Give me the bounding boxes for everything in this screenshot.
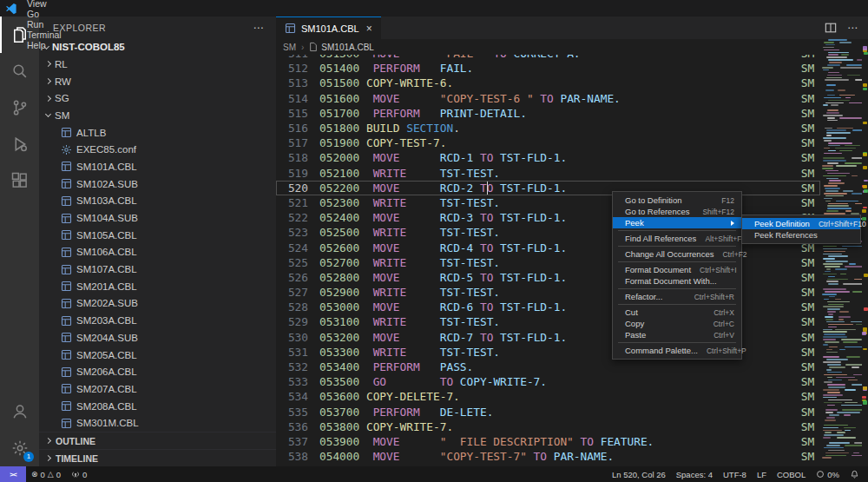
sync-indicator[interactable]: 0% (811, 466, 845, 482)
line-number[interactable]: 535 (276, 406, 319, 419)
workspace-section-header[interactable]: NIST-COBOL85 (39, 38, 276, 56)
line-number[interactable]: 524 (276, 241, 319, 254)
account-icon[interactable] (0, 393, 39, 430)
line-number[interactable]: 521 (276, 196, 319, 209)
code-line-538[interactable]: 538054000 MOVE "COPY-TEST-7" TO PAR-NAME… (276, 449, 868, 464)
code-line-530[interactable]: 530053200 MOVE RCD-7 TO TST-FLD-1. SM (276, 330, 868, 345)
tree-item-sg[interactable]: SG (39, 89, 276, 107)
cursor-position[interactable]: Ln 520, Col 26 (607, 466, 671, 482)
split-editor-icon[interactable] (825, 22, 837, 34)
menu-item-go-to-references[interactable]: Go to ReferencesShift+F12 (613, 206, 741, 217)
code-line-537[interactable]: 537053900 MOVE " FILE DESCRIPTION" TO FE… (276, 434, 868, 449)
menu-go[interactable]: Go (21, 9, 70, 19)
encoding[interactable]: UTF-8 (718, 466, 752, 482)
line-number[interactable]: 527 (276, 286, 319, 299)
menu-item-go-to-definition[interactable]: Go to DefinitionF12 (613, 195, 741, 206)
menu-terminal[interactable]: Terminal (21, 30, 70, 40)
section-outline[interactable]: OUTLINE (39, 432, 276, 449)
tree-item-sm202asub[interactable]: SM202A.SUB (39, 295, 276, 313)
menu-view[interactable]: View (21, 0, 70, 9)
overview-ruler[interactable] (862, 39, 868, 466)
menu-item-command-palette[interactable]: Command Palette...Ctrl+Shift+P (613, 345, 741, 356)
line-number[interactable]: 529 (276, 315, 319, 328)
menu-item-cut[interactable]: CutCtrl+X (613, 307, 741, 318)
line-number[interactable]: 513 (276, 76, 319, 89)
line-number[interactable]: 514 (276, 92, 319, 105)
line-number[interactable]: 532 (276, 360, 319, 373)
more-actions-icon[interactable]: ⋯ (253, 22, 265, 34)
tree-item-altlb[interactable]: ALTLB (39, 124, 276, 142)
code-line-526[interactable]: 526052800 MOVE RCD-5 TO TST-FLD-1. SM (276, 270, 868, 285)
tree-item-sm205acbl[interactable]: SM205A.CBL (39, 347, 276, 364)
tree-item-sm105acbl[interactable]: SM105A.CBL (39, 227, 276, 244)
problems-indicator[interactable]: ⊗ 0 △ 0 (26, 466, 66, 482)
more-actions-icon[interactable]: ⋯ (847, 22, 858, 34)
settings-gear-icon[interactable]: 1 (0, 430, 39, 466)
line-number[interactable]: 528 (276, 300, 319, 314)
tree-item-rl[interactable]: RL (39, 56, 276, 73)
menu-item-change-all-occurrences[interactable]: Change All OccurrencesCtrl+F2 (613, 248, 741, 260)
line-number[interactable]: 520 (276, 182, 319, 195)
code-line-519[interactable]: 519052100 WRITE TST-TEST. SM (276, 166, 868, 181)
line-number[interactable]: 533 (276, 375, 319, 388)
tree-item-exec85conf[interactable]: EXEC85.conf (39, 141, 276, 158)
line-number[interactable]: 538 (276, 450, 319, 463)
line-number[interactable]: 522 (276, 211, 319, 224)
menu-item-find-all-references[interactable]: Find All ReferencesAlt+Shift+F12 (613, 233, 741, 244)
tree-item-sm103acbl[interactable]: SM103A.CBL (39, 193, 276, 210)
run-debug-icon[interactable] (0, 126, 39, 162)
line-number[interactable]: 512 (276, 62, 319, 75)
tree-item-sm208acbl[interactable]: SM208A.CBL (39, 398, 276, 415)
code-editor[interactable]: 511051300 MOVE "FAIL" TO CORRECT-A. SM51… (276, 55, 868, 466)
extensions-icon[interactable] (0, 162, 39, 199)
code-line-529[interactable]: 529053100 WRITE TST-TEST. SM (276, 314, 868, 329)
code-line-521[interactable]: 521052300 WRITE TST-TEST. SM (276, 195, 868, 210)
line-number[interactable]: 537 (276, 435, 319, 448)
code-line-518[interactable]: 518052000 MOVE RCD-1 TO TST-FLD-1. SM (276, 150, 868, 165)
code-line-528[interactable]: 528053000 MOVE RCD-6 TO TST-FLD-1. SM (276, 300, 868, 314)
menu-item-peek-definition[interactable]: Peek DefinitionCtrl+Shift+F10 (742, 218, 860, 229)
source-control-icon[interactable] (0, 89, 39, 126)
tree-item-sm206acbl[interactable]: SM206A.CBL (39, 363, 276, 380)
close-icon[interactable]: × (366, 23, 372, 35)
menu-item-format-document-with[interactable]: Format Document With... (613, 275, 741, 287)
code-line-516[interactable]: 516051800 BUILD SECTION. SM (276, 121, 868, 135)
tree-item-sm106acbl[interactable]: SM106A.CBL (39, 244, 276, 261)
tree-item-sm203acbl[interactable]: SM203A.CBL (39, 312, 276, 329)
line-number[interactable]: 519 (276, 167, 319, 180)
tree-item-sm107acbl[interactable]: SM107A.CBL (39, 261, 276, 278)
code-line-515[interactable]: 515051700 PERFORM PRINT-DETAIL. SM (276, 106, 868, 121)
menu-item-copy[interactable]: CopyCtrl+C (613, 318, 741, 329)
tree-item-sm102asub[interactable]: SM102A.SUB (39, 175, 276, 193)
ports-indicator[interactable]: 0 (66, 466, 92, 482)
code-line-525[interactable]: 525052700 WRITE TST-TEST. SM (276, 255, 868, 270)
line-number[interactable]: 525 (276, 256, 319, 269)
menu-item-refactor[interactable]: Refactor...Ctrl+Shift+R (613, 291, 741, 302)
line-number[interactable]: 531 (276, 346, 319, 359)
breadcrumb-folder[interactable]: SM (283, 43, 296, 52)
minimap[interactable] (820, 39, 862, 466)
section-timeline[interactable]: TIMELINE (39, 449, 276, 466)
breadcrumb-file[interactable]: SM101A.CBL (309, 42, 374, 52)
eol-indicator[interactable]: LF (752, 466, 772, 482)
tree-item-sm301mcbl[interactable]: SM301M.CBL (39, 414, 276, 432)
tree-item-sm101acbl[interactable]: SM101A.CBL (39, 158, 276, 175)
code-line-532[interactable]: 532053400 PERFORM PASS. SM (276, 360, 868, 374)
code-line-527[interactable]: 527052900 WRITE TST-TEST. SM (276, 285, 868, 300)
tree-item-sm207acbl[interactable]: SM207A.CBL (39, 380, 276, 398)
line-number[interactable]: 526 (276, 271, 319, 284)
code-line-531[interactable]: 531053300 WRITE TST-TEST. SM (276, 345, 868, 360)
tree-item-sm204asub[interactable]: SM204A.SUB (39, 329, 276, 347)
remote-indicator[interactable]: >< (0, 466, 26, 482)
menu-item-format-document[interactable]: Format DocumentCtrl+Shift+I (613, 264, 741, 275)
code-line-534[interactable]: 534053600 COPY-DELETE-7. SM (276, 389, 868, 404)
line-number[interactable]: 536 (276, 420, 319, 433)
notifications-bell[interactable] (845, 466, 865, 482)
menu-help[interactable]: Help (21, 40, 70, 50)
line-number[interactable]: 518 (276, 151, 319, 164)
tree-item-rw[interactable]: RW (39, 73, 276, 90)
code-line-514[interactable]: 514051600 MOVE "COPY-TEST-6 " TO PAR-NAM… (276, 91, 868, 106)
menu-item-peek[interactable]: Peek (613, 217, 741, 228)
code-line-536[interactable]: 536053800 COPY-WRITE-7. SM (276, 419, 868, 434)
indentation[interactable]: Spaces: 4 (671, 466, 718, 482)
